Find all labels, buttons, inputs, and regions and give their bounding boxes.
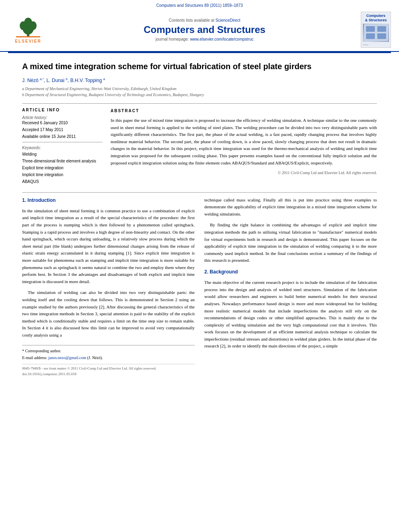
affil-2: b Department of Structural Engineering, … [22,92,377,98]
article-divider [22,103,377,104]
journal-header: Computers and Structures 89 (2011) 1859–… [0,0,399,52]
contents-available: Contents lists available at ScienceDirec… [48,18,361,23]
article-content: A mixed time integration scheme for virt… [0,53,399,385]
svg-rect-9 [366,33,375,39]
keywords-label: Keywords: [22,146,103,150]
info-divider [22,142,103,142]
body-divider [22,192,377,193]
svg-point-4 [24,18,32,27]
svg-rect-5 [16,36,40,37]
journal-ref-text: Computers and Structures 89 (2011) 1859–… [156,3,243,8]
keywords-list: Welding Three-dimensional finite element… [22,151,103,185]
footnote-email-line: E-mail address: janos.nezo@gmail.com (J.… [22,355,195,361]
body-right-col: technique called mass scaling. Finally a… [204,197,377,377]
received-date: Received 6 January 2010 [22,121,103,125]
body-para-5: The main objective of the current resear… [204,279,377,350]
body-para-4: By finding the right balance in combinin… [204,222,377,264]
journal-thumbnail: Computers& Structures —— [361,12,391,48]
footnote-star-text: * Corresponding author. [22,349,61,353]
keyword-3: Explicit time integration [22,164,103,171]
svg-rect-7 [366,26,375,32]
available-date: Available online 15 June 2011 [22,134,103,139]
journal-main-title: Computers and Structures [48,24,361,35]
copyright-footer-text: 0045-7949/$ - see front matter © 2011 Ci… [22,366,195,372]
homepage-label: journal homepage: [156,37,189,41]
journal-ref: Computers and Structures 89 (2011) 1859–… [8,3,391,8]
thumb-cover-icon [364,24,388,41]
elsevier-tree-icon [16,16,40,38]
thumb-image [363,24,389,42]
article-title: A mixed time integration scheme for virt… [22,61,377,72]
journal-title-center: Contents lists available at ScienceDirec… [48,18,361,41]
section2-heading: 2. Background [204,268,377,276]
abstract-text: In this paper the use of mixed time inte… [111,117,377,166]
copyright-footer: 0045-7949/$ - see front matter © 2011 Ci… [22,364,195,377]
affiliations: a Department of Mechanical Engineering, … [22,86,377,98]
affil-1: a Department of Mechanical Engineering, … [22,86,377,92]
author-nezo: J. Nézö a,*, L. Dunai b, B.H.V. Topping … [22,78,105,83]
body-para-2: The simulation of welding can also be di… [22,289,195,339]
footnote-email-label: E-mail address: [22,355,47,360]
contents-line: Contents lists available at [169,18,214,23]
keyword-1: Welding [22,151,103,158]
page: Computers and Structures 89 (2011) 1859–… [0,0,399,532]
svg-rect-8 [377,26,386,32]
article-info: ARTICLE INFO Article history: Received 6… [22,108,103,185]
abstract-heading: ABSTRACT [111,108,377,114]
journal-homepage: journal homepage: www.elsevier.com/locat… [48,37,361,41]
body-para-3: technique called mass scaling. Finally a… [204,197,377,218]
abstract-section: ABSTRACT In this paper the use of mixed … [111,108,377,185]
keyword-5: ABAQUS [22,178,103,185]
thumb-footer: —— [363,43,389,46]
body-para-1: In the simulation of sheet metal forming… [22,207,195,286]
footnote-email-link[interactable]: janos.nezo@gmail.com [48,355,86,360]
history-label: Article history: [22,115,103,120]
info-abstract-row: ARTICLE INFO Article history: Received 6… [22,108,377,185]
footnote-email-suffix: (J. Nézö). [87,355,103,360]
homepage-url[interactable]: www.elsevier.com/locate/compstruc [190,37,253,41]
keyword-4: Implicit time integration [22,171,103,178]
abstract-copyright: © 2011 Civil-Comp Ltd and Elsevier Ltd. … [111,170,377,176]
accepted-date: Accepted 17 May 2011 [22,127,103,132]
thumb-title: Computers& Structures [363,14,389,23]
doi-text: doi:10.1016/j.compstruc.2011.05.018 [22,372,195,377]
sciencedirect-link[interactable]: ScienceDirect [216,18,241,23]
footnote-area: * Corresponding author. E-mail address: … [22,345,195,377]
article-info-heading: ARTICLE INFO [22,108,103,112]
body-columns: 1. Introduction In the simulation of she… [22,197,377,377]
authors-line: J. Nézö a,*, L. Dunai b, B.H.V. Topping … [22,77,377,83]
elsevier-logo: ELSEVIER [8,16,48,43]
journal-banner: ELSEVIER Contents lists available at Sci… [8,10,391,51]
svg-rect-10 [377,33,386,39]
section1-heading: 1. Introduction [22,197,195,204]
elsevier-label: ELSEVIER [15,39,41,43]
keyword-2: Three-dimensional finite element analysi… [22,158,103,164]
footnote-star: * Corresponding author. [22,348,195,354]
body-left-col: 1. Introduction In the simulation of she… [22,197,195,377]
